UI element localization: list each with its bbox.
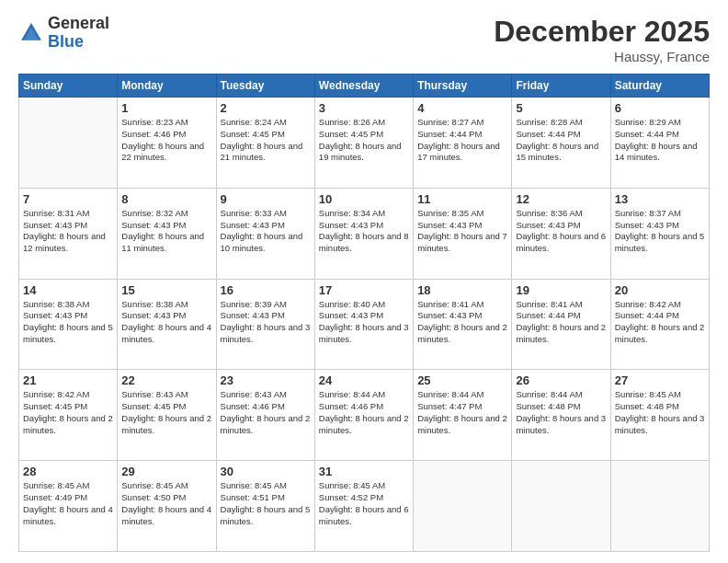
day-cell: 31Sunrise: 8:45 AM Sunset: 4:52 PM Dayli… xyxy=(314,461,413,552)
day-cell: 12Sunrise: 8:36 AM Sunset: 4:43 PM Dayli… xyxy=(512,188,610,279)
day-details: Sunrise: 8:42 AM Sunset: 4:44 PM Dayligh… xyxy=(615,299,705,346)
day-cell: 11Sunrise: 8:35 AM Sunset: 4:43 PM Dayli… xyxy=(414,188,512,279)
location: Haussy, France xyxy=(494,49,710,64)
day-cell: 24Sunrise: 8:44 AM Sunset: 4:46 PM Dayli… xyxy=(314,370,413,461)
day-number: 24 xyxy=(319,373,409,387)
day-details: Sunrise: 8:43 AM Sunset: 4:45 PM Dayligh… xyxy=(121,389,211,436)
day-number: 8 xyxy=(121,192,211,206)
title-block: December 2025 Haussy, France xyxy=(494,15,710,64)
day-cell: 10Sunrise: 8:34 AM Sunset: 4:43 PM Dayli… xyxy=(314,188,413,279)
day-details: Sunrise: 8:38 AM Sunset: 4:43 PM Dayligh… xyxy=(23,299,113,346)
day-details: Sunrise: 8:36 AM Sunset: 4:43 PM Dayligh… xyxy=(516,208,606,255)
day-cell: 23Sunrise: 8:43 AM Sunset: 4:46 PM Dayli… xyxy=(216,370,314,461)
day-details: Sunrise: 8:32 AM Sunset: 4:43 PM Dayligh… xyxy=(121,208,211,255)
day-details: Sunrise: 8:29 AM Sunset: 4:44 PM Dayligh… xyxy=(615,117,705,164)
day-cell: 17Sunrise: 8:40 AM Sunset: 4:43 PM Dayli… xyxy=(314,279,413,370)
day-cell: 25Sunrise: 8:44 AM Sunset: 4:47 PM Dayli… xyxy=(414,370,512,461)
day-cell: 3Sunrise: 8:26 AM Sunset: 4:45 PM Daylig… xyxy=(314,98,413,189)
day-cell: 16Sunrise: 8:39 AM Sunset: 4:43 PM Dayli… xyxy=(216,279,314,370)
day-cell: 27Sunrise: 8:45 AM Sunset: 4:48 PM Dayli… xyxy=(610,370,709,461)
day-details: Sunrise: 8:45 AM Sunset: 4:50 PM Dayligh… xyxy=(121,480,211,527)
logo-general: General xyxy=(48,14,109,32)
day-number: 19 xyxy=(516,283,606,297)
day-details: Sunrise: 8:45 AM Sunset: 4:49 PM Dayligh… xyxy=(23,480,113,527)
day-details: Sunrise: 8:23 AM Sunset: 4:46 PM Dayligh… xyxy=(121,117,211,164)
day-details: Sunrise: 8:45 AM Sunset: 4:48 PM Dayligh… xyxy=(615,389,705,436)
day-cell xyxy=(512,461,610,552)
weekday-friday: Friday xyxy=(512,75,610,98)
day-number: 27 xyxy=(615,373,705,387)
day-number: 29 xyxy=(121,465,211,478)
weekday-thursday: Thursday xyxy=(414,75,512,98)
logo-icon xyxy=(18,20,44,46)
day-cell: 8Sunrise: 8:32 AM Sunset: 4:43 PM Daylig… xyxy=(118,188,216,279)
weekday-tuesday: Tuesday xyxy=(216,75,314,98)
day-details: Sunrise: 8:41 AM Sunset: 4:44 PM Dayligh… xyxy=(516,299,606,346)
day-number: 11 xyxy=(417,192,507,206)
day-number: 20 xyxy=(615,283,705,297)
day-details: Sunrise: 8:43 AM Sunset: 4:46 PM Dayligh… xyxy=(221,389,311,436)
day-cell: 29Sunrise: 8:45 AM Sunset: 4:50 PM Dayli… xyxy=(118,461,216,552)
week-row-4: 28Sunrise: 8:45 AM Sunset: 4:49 PM Dayli… xyxy=(19,461,710,552)
day-details: Sunrise: 8:39 AM Sunset: 4:43 PM Dayligh… xyxy=(221,299,311,346)
day-details: Sunrise: 8:42 AM Sunset: 4:45 PM Dayligh… xyxy=(23,389,113,436)
day-details: Sunrise: 8:44 AM Sunset: 4:48 PM Dayligh… xyxy=(516,389,606,436)
day-details: Sunrise: 8:41 AM Sunset: 4:43 PM Dayligh… xyxy=(417,299,507,346)
day-number: 13 xyxy=(615,192,705,206)
day-number: 12 xyxy=(516,192,606,206)
logo-blue: Blue xyxy=(48,32,84,51)
day-cell: 2Sunrise: 8:24 AM Sunset: 4:45 PM Daylig… xyxy=(216,98,314,189)
week-row-3: 21Sunrise: 8:42 AM Sunset: 4:45 PM Dayli… xyxy=(19,370,710,461)
day-number: 26 xyxy=(516,373,606,387)
day-cell: 7Sunrise: 8:31 AM Sunset: 4:43 PM Daylig… xyxy=(19,188,118,279)
day-number: 4 xyxy=(417,101,507,115)
day-number: 5 xyxy=(516,101,606,115)
day-number: 9 xyxy=(221,192,311,206)
day-cell: 15Sunrise: 8:38 AM Sunset: 4:43 PM Dayli… xyxy=(118,279,216,370)
day-number: 31 xyxy=(319,465,409,478)
day-cell: 26Sunrise: 8:44 AM Sunset: 4:48 PM Dayli… xyxy=(512,370,610,461)
day-number: 2 xyxy=(221,101,311,115)
day-number: 6 xyxy=(615,101,705,115)
week-row-2: 14Sunrise: 8:38 AM Sunset: 4:43 PM Dayli… xyxy=(19,279,710,370)
day-details: Sunrise: 8:45 AM Sunset: 4:52 PM Dayligh… xyxy=(319,480,409,527)
week-row-0: 1Sunrise: 8:23 AM Sunset: 4:46 PM Daylig… xyxy=(19,98,710,189)
day-cell: 30Sunrise: 8:45 AM Sunset: 4:51 PM Dayli… xyxy=(216,461,314,552)
day-number: 1 xyxy=(121,101,211,115)
weekday-header-row: SundayMondayTuesdayWednesdayThursdayFrid… xyxy=(19,75,710,98)
day-cell: 1Sunrise: 8:23 AM Sunset: 4:46 PM Daylig… xyxy=(118,98,216,189)
day-number: 23 xyxy=(221,373,311,387)
day-cell xyxy=(610,461,709,552)
day-number: 18 xyxy=(417,283,507,297)
day-details: Sunrise: 8:34 AM Sunset: 4:43 PM Dayligh… xyxy=(319,208,409,255)
day-details: Sunrise: 8:28 AM Sunset: 4:44 PM Dayligh… xyxy=(516,117,606,164)
day-number: 3 xyxy=(319,101,409,115)
day-details: Sunrise: 8:44 AM Sunset: 4:46 PM Dayligh… xyxy=(319,389,409,436)
day-details: Sunrise: 8:31 AM Sunset: 4:43 PM Dayligh… xyxy=(23,208,113,255)
weekday-monday: Monday xyxy=(118,75,216,98)
day-details: Sunrise: 8:38 AM Sunset: 4:43 PM Dayligh… xyxy=(121,299,211,346)
day-cell: 22Sunrise: 8:43 AM Sunset: 4:45 PM Dayli… xyxy=(118,370,216,461)
day-number: 16 xyxy=(221,283,311,297)
day-cell: 6Sunrise: 8:29 AM Sunset: 4:44 PM Daylig… xyxy=(610,98,709,189)
day-number: 30 xyxy=(221,465,311,478)
weekday-wednesday: Wednesday xyxy=(314,75,413,98)
page: General Blue December 2025 Haussy, Franc… xyxy=(0,0,728,563)
day-cell: 4Sunrise: 8:27 AM Sunset: 4:44 PM Daylig… xyxy=(414,98,512,189)
weekday-saturday: Saturday xyxy=(610,75,709,98)
day-number: 7 xyxy=(23,192,113,206)
day-number: 21 xyxy=(23,373,113,387)
day-details: Sunrise: 8:33 AM Sunset: 4:43 PM Dayligh… xyxy=(221,208,311,255)
day-cell: 5Sunrise: 8:28 AM Sunset: 4:44 PM Daylig… xyxy=(512,98,610,189)
day-number: 22 xyxy=(121,373,211,387)
day-details: Sunrise: 8:40 AM Sunset: 4:43 PM Dayligh… xyxy=(319,299,409,346)
day-cell: 20Sunrise: 8:42 AM Sunset: 4:44 PM Dayli… xyxy=(610,279,709,370)
day-cell: 14Sunrise: 8:38 AM Sunset: 4:43 PM Dayli… xyxy=(19,279,118,370)
day-number: 10 xyxy=(319,192,409,206)
day-details: Sunrise: 8:37 AM Sunset: 4:43 PM Dayligh… xyxy=(615,208,705,255)
day-details: Sunrise: 8:24 AM Sunset: 4:45 PM Dayligh… xyxy=(221,117,311,164)
day-number: 15 xyxy=(121,283,211,297)
day-number: 25 xyxy=(417,373,507,387)
day-cell: 21Sunrise: 8:42 AM Sunset: 4:45 PM Dayli… xyxy=(19,370,118,461)
day-cell xyxy=(19,98,118,189)
